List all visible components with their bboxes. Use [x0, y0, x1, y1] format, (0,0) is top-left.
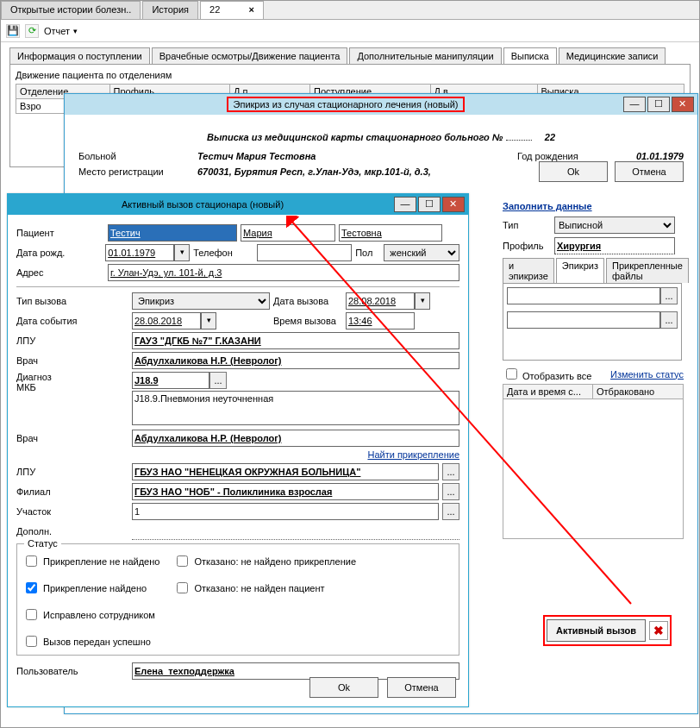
close-icon[interactable]: × [248, 4, 253, 15]
status-grid[interactable]: Дата и время с... Отбраковано [503, 384, 684, 539]
minimize-button[interactable]: — [623, 97, 646, 112]
ok-button[interactable]: Ok [309, 677, 378, 698]
label-calltime: Время вызова [273, 316, 342, 326]
label-address: Адрес [16, 267, 104, 278]
select-sex[interactable]: женский [384, 244, 459, 261]
save-icon[interactable]: 💾 [6, 24, 20, 38]
minimize-button[interactable]: — [394, 197, 416, 212]
subtabs: Информация о поступлении Врачебные осмот… [1, 42, 699, 64]
select-type[interactable]: Выписной [554, 217, 675, 234]
input-profile[interactable] [554, 237, 675, 254]
titlebar[interactable]: Активный вызов стационара (новый) — ☐ ✕ [8, 194, 468, 215]
input-panel-1[interactable] [507, 287, 660, 304]
dots-button[interactable]: ... [660, 311, 678, 329]
maximize-button[interactable]: ☐ [418, 197, 441, 212]
chevron-down-icon[interactable]: ▾ [174, 244, 190, 261]
chevron-down-icon[interactable]: ▾ [201, 312, 216, 329]
input-patronymic[interactable] [339, 224, 442, 242]
delete-icon[interactable]: ✖ [649, 621, 668, 640]
textarea-mkb-text[interactable]: J18.9.Пневмония неуточненная [132, 391, 459, 425]
active-call-button[interactable]: Активный вызов [547, 619, 646, 642]
checkbox-st2[interactable]: Прикрепление найдено [22, 580, 159, 596]
datepicker-birth[interactable]: ▾ [105, 244, 190, 261]
value-patient: Тестич Мария Тестовна [197, 151, 316, 161]
label-calldate: Дата вызова [273, 296, 342, 306]
tab-attached-files[interactable]: Прикрепленные файлы [606, 258, 689, 283]
input-extra[interactable] [132, 523, 459, 540]
value-registration: 670031, Бурятия Респ, г.Улан-Удэ, мкр.10… [197, 166, 431, 177]
change-status-link[interactable]: Изменить статус [610, 369, 684, 380]
input-branch[interactable] [132, 483, 439, 500]
tab-label: 22 [209, 4, 220, 15]
input-panel-2[interactable] [507, 311, 660, 329]
tab-label: Открытые истории болезн.. [10, 4, 131, 15]
label-doctor: Врач [16, 355, 128, 366]
outer-toolbar: 💾 ⟳ Отчет ▾ [1, 20, 699, 42]
maximize-button[interactable]: ☐ [647, 97, 670, 112]
titlebar[interactable]: Эпикриз из случая стационарного лечения … [65, 94, 697, 115]
input-address[interactable] [108, 264, 459, 281]
checkbox-st4[interactable]: Вызов передан успешно [22, 633, 159, 650]
tab-medical-records[interactable]: Медицинские записи [559, 47, 666, 64]
cancel-button[interactable]: Отмена [387, 677, 456, 698]
refresh-icon[interactable]: ⟳ [25, 24, 39, 38]
close-button[interactable]: ✕ [672, 97, 694, 112]
datepicker-eventdate[interactable]: ▾ [132, 312, 216, 329]
tab-discharge[interactable]: Выписка [503, 47, 557, 64]
dots-button[interactable]: ... [209, 372, 227, 389]
tab-label: Выписка [511, 51, 549, 61]
dots-button[interactable]: ... [660, 287, 678, 304]
tab-admission-info[interactable]: Информация о поступлении [9, 47, 150, 64]
input-firstname[interactable] [241, 224, 335, 242]
input-area[interactable] [132, 503, 439, 520]
tab-22[interactable]: 22 × [200, 1, 264, 19]
dots-button[interactable]: ... [442, 503, 459, 520]
label-type: Тип [503, 220, 554, 230]
cancel-button[interactable]: Отмена [615, 161, 684, 182]
chevron-down-icon[interactable]: ▾ [415, 292, 430, 310]
fill-data-link[interactable]: Заполнить данные [503, 201, 684, 211]
input-eventdate[interactable] [132, 312, 201, 329]
tab-extra-manipulations[interactable]: Дополнительные манипуляции [349, 47, 501, 64]
filter-row: Отобразить все Изменить статус [503, 366, 684, 382]
tab-open-histories[interactable]: Открытые истории болезн.. [1, 1, 141, 19]
label-lpu2: ЛПУ [16, 467, 128, 477]
checkbox-st6[interactable]: Отказано: не найден пациент [173, 580, 356, 596]
col-rejected[interactable]: Отбраковано [593, 385, 683, 399]
input-doctor[interactable] [132, 352, 459, 369]
checkbox-st1[interactable]: Прикрепление не найдено [22, 553, 159, 569]
close-button[interactable]: ✕ [442, 197, 465, 212]
label-profile: Профиль [503, 241, 554, 251]
call-body: Пациент Дата рожд. ▾ Телефон Пол женский… [8, 215, 468, 689]
label-area: Участок [16, 506, 128, 517]
col-datetime[interactable]: Дата и время с... [503, 385, 593, 399]
select-calltype[interactable]: Эпикриз [132, 292, 270, 310]
checkbox-st5[interactable]: Отказано: не найдено прикрепление [173, 553, 356, 569]
inner-tabs: и эпикризе Эпикриз Прикрепленные файлы [503, 258, 684, 283]
datepicker-calldate[interactable]: ▾ [346, 292, 430, 310]
ok-button[interactable]: Ok [539, 161, 608, 182]
find-attachment-link[interactable]: Найти прикрепление [16, 449, 459, 460]
input-birth[interactable] [105, 244, 174, 261]
input-calltime[interactable] [346, 312, 415, 329]
input-lpu2[interactable] [132, 463, 439, 480]
input-phone[interactable] [257, 244, 352, 261]
input-doctor2[interactable] [132, 430, 459, 447]
status-box: Статус Прикрепление не найдено Прикрепле… [16, 543, 459, 656]
report-dropdown[interactable]: Отчет ▾ [44, 26, 78, 36]
checkbox-st3[interactable]: Исправлено сотрудником [22, 606, 159, 623]
tab-epicrisis[interactable]: Эпикриз [556, 258, 604, 283]
input-calldate[interactable] [346, 292, 415, 310]
checkbox-show-all[interactable]: Отобразить все [503, 366, 591, 382]
tab-label: Врачебные осмотры/Движение пациента [159, 51, 341, 61]
dots-button[interactable]: ... [442, 463, 459, 480]
input-surname[interactable] [108, 224, 237, 242]
dots-button[interactable]: ... [442, 483, 459, 500]
chevron-down-icon: ▾ [73, 27, 78, 35]
input-lpu[interactable] [132, 332, 459, 349]
label-sex: Пол [355, 248, 380, 258]
input-mkb[interactable] [132, 372, 209, 389]
tab-examinations[interactable]: Врачебные осмотры/Движение пациента [152, 47, 348, 64]
tab-history[interactable]: История [142, 1, 198, 19]
tab-i-epicrisis[interactable]: и эпикризе [503, 258, 554, 283]
